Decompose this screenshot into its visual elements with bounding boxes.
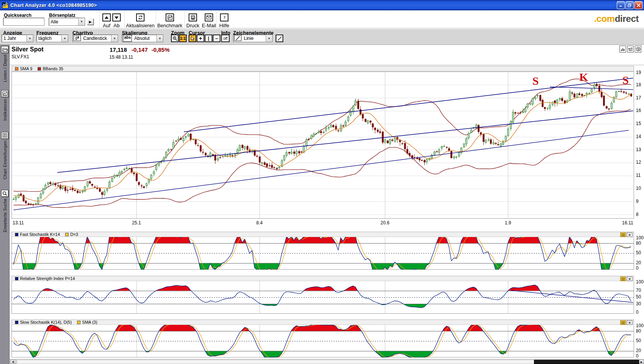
zeichenelemente-select[interactable]: Linie ▼ [233,35,273,42]
chart-view-button[interactable] [619,46,626,53]
horizontal-scrollbar[interactable]: ▶ [10,359,644,364]
quote-time: 15:48 [109,54,121,60]
cursor-vline-button[interactable]: | [205,35,212,42]
abs-icon: abs [123,35,132,42]
bbands-legend-swatch [38,67,41,71]
skalierung-select[interactable]: abs Absolut ▼ [122,35,163,42]
dropdown-arrow-icon[interactable]: ▼ [78,18,85,25]
cursor-hline-button[interactable]: − [213,35,220,42]
snapshot-button[interactable]: S [635,46,641,53]
quote-date: 13.11 [122,54,133,60]
panel-settings-icon [621,278,625,280]
sidebar-item-indikatoren[interactable]: Indikatoren [0,90,10,121]
panel-close-button[interactable] [627,277,632,281]
aktualisieren-button[interactable]: Aktualisieren [124,13,156,28]
cursor-cross-button[interactable]: + [197,35,204,42]
slow-stoch-legend: Slow Stochastik K(14), D(5) SMA (3) [12,320,634,325]
rsi-legend: Relative Strength Index P=14 [12,276,634,281]
sidebar-item-listen-depot[interactable]: Listen / Depot [0,46,10,82]
main-toolbar: Quicksearch Börsenplatz Alle ▼ ▶ Auf Ab … [0,10,644,28]
panel-settings-button[interactable] [620,320,626,325]
line-tool-icon [234,35,242,41]
slow-sma-legend-swatch [77,321,80,324]
dropdown-arrow-icon[interactable]: ▼ [26,35,33,42]
news-icon: N [628,47,633,51]
price-change: -0,147 [131,46,148,53]
quicksearch-label: Quicksearch [4,13,31,18]
close-x-icon [628,234,631,236]
panel-close-button[interactable] [627,320,632,325]
benchmark-chart-icon [166,13,174,21]
bbands-legend-label: BBands 35 [43,66,63,71]
panel-settings-icon [621,321,625,324]
sma-legend-swatch [15,67,18,71]
close-x-icon [628,321,631,324]
stoch-d-legend-swatch [65,233,69,236]
dropdown-arrow-icon[interactable]: ▼ [156,35,163,42]
sidebar-item-chart-einstellungen[interactable]: Chart Einstellungen [0,132,10,180]
dropdown-arrow-icon[interactable]: ▼ [111,35,118,42]
scrollbar-thumb[interactable] [534,360,639,364]
quote-header: Silver Spot SLV.FX1 17,118 -0,147 -0,85%… [10,45,644,65]
anzeige-select[interactable]: 1 Jahr ▼ [2,35,33,42]
chart-settings-toolbar: Anzeige 1 Jahr ▼ Frequenz täglich ▼ Char… [0,29,644,45]
slow-k-legend-swatch [15,321,18,324]
boersenplatz-label: Börsenplatz [49,13,76,18]
title-bar: Chart Analyzer 4.0 <co1084985190> [0,0,644,10]
fast-stoch-legend: Fast Stochastik K=14 D=3 [12,232,634,237]
instrument-name: Silver Spot [12,46,44,53]
svg-text:S: S [637,47,639,51]
help-icon: ? [220,13,228,21]
stoch-k-legend-swatch [15,233,18,236]
panel-settings-button[interactable] [620,277,626,281]
zoom-in-button[interactable] [171,35,179,42]
close-button[interactable] [634,1,642,9]
magnifier-plus-icon [172,36,177,41]
svg-text:N: N [628,47,631,51]
instrument-symbol: SLV.FX1 [12,54,29,59]
candlestick-icon [74,35,81,41]
app-window: Chart Analyzer 4.0 <co1084985190> Quicks… [0,0,644,364]
dropdown-arrow-icon[interactable]: ▼ [61,35,68,42]
chart-canvas[interactable] [10,65,644,359]
panel-close-button[interactable] [627,232,632,237]
s-circle-icon: S [636,47,641,51]
cursor-arrow-icon [191,36,195,41]
draw-line-button[interactable] [276,35,283,42]
quicksearch-input[interactable] [3,18,44,26]
minimize-button[interactable] [617,1,625,9]
news-button[interactable]: N [627,46,634,53]
comdirect-logo: .comdirect [594,13,639,24]
folder-icon [1,46,8,53]
left-sidebar: Listen / Depot Indikatoren Chart Einstel… [0,45,10,364]
boersenplatz-value: Alle [49,18,78,25]
cursor-arrow-button[interactable] [189,35,196,42]
last-price: 17,118 [110,46,127,53]
refresh-icon [136,13,145,21]
svg-text:?: ? [223,15,225,20]
sidebar-item-erweiterte-suche[interactable]: Erweiterte Suche [0,190,10,232]
bar-chart-icon [621,47,625,51]
charttyp-select[interactable]: Candlestick ▼ [72,35,118,42]
zoom-one-to-one-button[interactable]: 1:1 [179,35,187,42]
boersenplatz-select[interactable]: Alle ▼ [49,18,85,26]
indicator-chart-icon [1,90,8,97]
chart-main-area: Silver Spot SLV.FX1 17,118 -0,147 -0,85%… [10,45,644,364]
restore-button[interactable] [626,1,634,9]
hilfe-button[interactable]: ? Hilfe [208,13,240,28]
magnifier-icon [1,190,8,197]
frequenz-select[interactable]: täglich ▼ [36,35,68,42]
panel-settings-button[interactable] [620,232,626,237]
line-icon [277,36,282,41]
dropdown-arrow-icon[interactable]: ▼ [266,35,272,42]
rsi-legend-swatch [15,277,18,280]
window-title: Chart Analyzer 4.0 <co1084985190> [10,2,97,8]
scrollbar-right-button[interactable]: ▶ [639,360,644,364]
panel-settings-icon [621,234,625,236]
info-off-button[interactable]: off [221,35,230,42]
price-change-percent: -0,85% [151,46,170,53]
scrollbar-left-icon[interactable] [10,360,16,364]
app-logo-icon [2,2,8,8]
main-chart-legend: SMA 9 BBands 35 [12,66,634,71]
sma-legend-label: SMA 9 [20,66,32,71]
